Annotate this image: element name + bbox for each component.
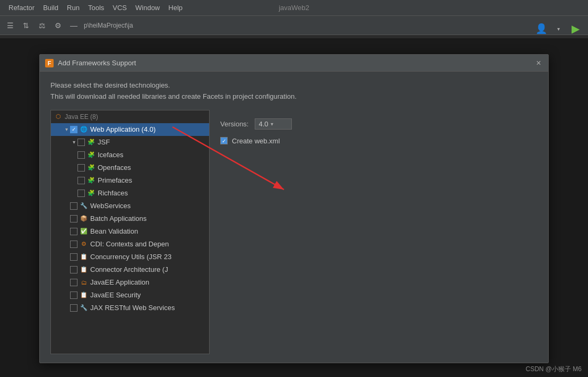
batch-icon: 📦 <box>80 215 88 223</box>
jsf-label: JSF <box>98 138 110 146</box>
javaee-icon: ⬡ <box>54 113 63 121</box>
breadcrumb: p\heiMaProject\ja <box>84 22 133 29</box>
menu-run[interactable]: Run <box>63 4 84 12</box>
create-webxml-label: Create web.xml <box>232 137 280 145</box>
jsf-checkbox[interactable] <box>77 139 85 146</box>
web-app-checkbox[interactable]: ✓ <box>70 126 77 133</box>
concurrency-label: Concurrency Utils (JSR 23 <box>90 253 171 261</box>
watermark: CSDN @小猴子 M6 <box>525 365 582 374</box>
toolbar-gear[interactable]: ⚙ <box>52 20 64 31</box>
dropdown-icon[interactable]: ▾ <box>551 22 566 35</box>
richfaces-label: Richfaces <box>98 189 128 197</box>
tree-item-javaee-app[interactable]: ▸ 🗂 JavaEE Application <box>51 276 209 289</box>
dialog-app-icon: F <box>45 59 54 67</box>
javaee-app-icon: 🗂 <box>80 278 88 287</box>
tree-item-richfaces[interactable]: 🧩 Richfaces <box>51 187 209 200</box>
dialog-overlay: F Add Frameworks Support × Please select… <box>0 38 588 377</box>
connector-checkbox[interactable] <box>70 266 77 273</box>
tree-item-bean-validation[interactable]: ▸ ✅ Bean Validation <box>51 225 209 238</box>
description-line2: This will download all needed libraries … <box>50 91 538 102</box>
toolbar: ☰ ⇅ ⚖ ⚙ — p\heiMaProject\ja 👤 ▾ ▶ <box>0 16 588 35</box>
tree-item-batch[interactable]: ▸ 📦 Batch Applications <box>51 212 209 225</box>
tree-item-concurrency[interactable]: ▸ 📋 Concurrency Utils (JSR 23 <box>51 251 209 263</box>
javaee-security-icon: 📋 <box>80 291 88 299</box>
toolbar-icon-2[interactable]: ⇅ <box>20 20 32 31</box>
create-webxml-checkbox[interactable]: ✓ <box>220 137 228 144</box>
connector-label: Connector Architecture (J <box>90 265 168 273</box>
javaee-app-label: JavaEE Application <box>90 278 149 286</box>
jsf-icon: 🧩 <box>87 138 96 147</box>
cdi-label: CDI: Contexts and Depen <box>90 240 169 248</box>
dialog-main: ⬡ Java EE (8) ▾ ✓ 🌐 Web Application (4.0… <box>50 110 538 354</box>
description-line1: Please select the desired technologies. <box>50 80 538 91</box>
dialog-title: Add Frameworks Support <box>58 59 136 67</box>
tree-item-primefaces[interactable]: 🧩 Primefaces <box>51 174 209 187</box>
tree-item-javaee-security[interactable]: ▸ 📋 JavaEE Security <box>51 289 209 302</box>
tree-item-web-app[interactable]: ▾ ✓ 🌐 Web Application (4.0) <box>51 123 209 136</box>
richfaces-checkbox[interactable] <box>77 190 85 197</box>
right-panel: Versions: 4.0 ▾ ✓ Create web.xml <box>210 110 538 354</box>
cdi-checkbox[interactable] <box>70 241 77 248</box>
menu-vcs[interactable]: VCS <box>108 4 131 12</box>
menu-build[interactable]: Build <box>39 4 63 12</box>
dialog-description: Please select the desired technologies. … <box>50 80 538 102</box>
versions-row: Versions: 4.0 ▾ <box>220 118 527 130</box>
javaee-security-label: JavaEE Security <box>90 291 141 299</box>
tree-item-openfaces[interactable]: 🧩 Openfaces <box>51 161 209 174</box>
dialog-titlebar: F Add Frameworks Support × <box>40 55 548 72</box>
group-label: Java EE (8) <box>65 113 98 121</box>
toolbar-icon-1[interactable]: ☰ <box>4 20 16 31</box>
tree-item-webservices[interactable]: ▸ 🔧 WebServices <box>51 200 209 212</box>
tree-item-jsf[interactable]: ▾ 🧩 JSF <box>51 136 209 149</box>
menu-tools[interactable]: Tools <box>84 4 108 12</box>
openfaces-icon: 🧩 <box>87 164 96 172</box>
webservices-icon: 🔧 <box>80 202 88 210</box>
primefaces-icon: 🧩 <box>87 176 96 185</box>
tree-item-cdi[interactable]: ▸ ⚙ CDI: Contexts and Depen <box>51 238 209 251</box>
openfaces-label: Openfaces <box>98 164 131 172</box>
icefaces-label: Icefaces <box>98 151 123 159</box>
concurrency-icon: 📋 <box>80 253 88 261</box>
menu-help[interactable]: Help <box>164 4 187 12</box>
menubar: Refactor Build Run Tools VCS Window Help… <box>0 0 588 16</box>
jax-rest-icon: 🔧 <box>80 304 88 312</box>
toolbar-minus[interactable]: — <box>68 20 80 31</box>
dialog-close-button[interactable]: × <box>533 58 544 68</box>
window-title: javaWeb2 <box>279 4 309 12</box>
webservices-label: WebServices <box>90 202 131 210</box>
tree-item-jax-rest[interactable]: ▸ 🔧 JAX RESTful Web Services <box>51 302 209 314</box>
web-app-label: Web Application (4.0) <box>90 125 155 133</box>
bean-validation-label: Bean Validation <box>90 227 138 235</box>
menu-refactor[interactable]: Refactor <box>4 4 39 12</box>
menu-window[interactable]: Window <box>131 4 164 12</box>
tree-item-icefaces[interactable]: 🧩 Icefaces <box>51 149 209 161</box>
javaee-app-checkbox[interactable] <box>70 279 77 286</box>
web-app-arrow[interactable]: ▾ <box>63 126 70 133</box>
jsf-arrow[interactable]: ▾ <box>70 139 77 146</box>
jax-rest-checkbox[interactable] <box>70 304 77 312</box>
batch-label: Batch Applications <box>90 215 146 222</box>
javaee-security-checkbox[interactable] <box>70 292 77 299</box>
openfaces-checkbox[interactable] <box>77 164 85 172</box>
web-app-icon: 🌐 <box>80 125 88 134</box>
concurrency-checkbox[interactable] <box>70 253 77 261</box>
bean-validation-checkbox[interactable] <box>70 228 77 235</box>
icefaces-checkbox[interactable] <box>77 151 85 159</box>
primefaces-checkbox[interactable] <box>77 177 85 184</box>
richfaces-icon: 🧩 <box>87 189 96 198</box>
connector-icon: 📋 <box>80 265 88 274</box>
cdi-icon: ⚙ <box>80 240 88 249</box>
arrow-right-icon[interactable]: ▶ <box>568 22 583 35</box>
batch-checkbox[interactable] <box>70 215 77 222</box>
bean-validation-icon: ✅ <box>80 227 88 236</box>
webservices-checkbox[interactable] <box>70 202 77 210</box>
tree-item-connector[interactable]: ▸ 📋 Connector Architecture (J <box>51 263 209 276</box>
versions-value: 4.0 <box>258 120 268 128</box>
versions-select[interactable]: 4.0 ▾ <box>255 118 292 130</box>
jax-rest-label: JAX RESTful Web Services <box>90 304 175 312</box>
user-icon[interactable]: 👤 <box>534 22 549 35</box>
versions-dropdown-arrow: ▾ <box>271 121 273 127</box>
add-frameworks-dialog: F Add Frameworks Support × Please select… <box>39 54 549 363</box>
toolbar-icon-3[interactable]: ⚖ <box>36 20 48 31</box>
tree-panel[interactable]: ⬡ Java EE (8) ▾ ✓ 🌐 Web Application (4.0… <box>50 110 210 354</box>
